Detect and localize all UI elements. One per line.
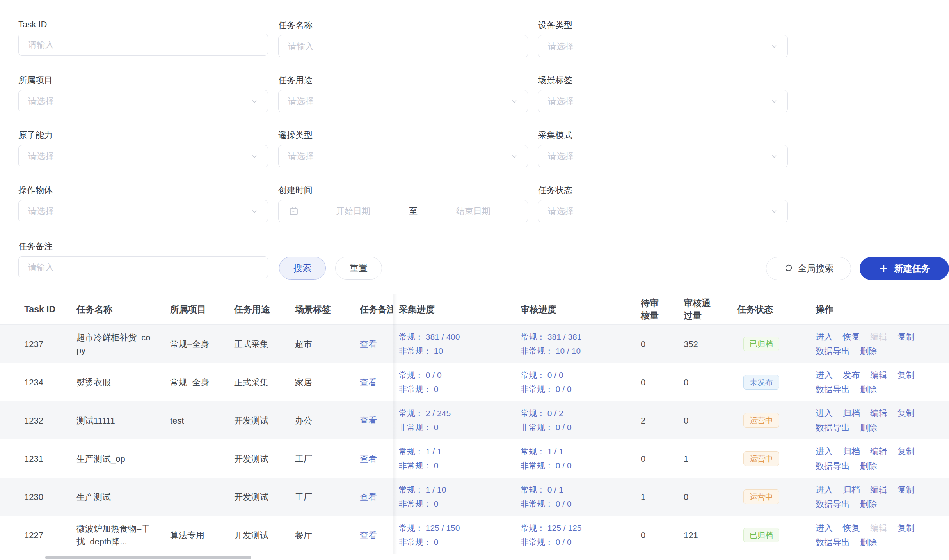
filter-task-id: Task ID [18, 19, 268, 57]
cell-pending-count: 1 [619, 478, 663, 516]
row-action-link[interactable]: 删除 [860, 420, 877, 435]
row-action-link[interactable]: 归档 [843, 444, 860, 459]
filter-label: Task ID [18, 19, 268, 30]
global-search-button[interactable]: 全局搜索 [766, 257, 851, 280]
new-task-button[interactable]: 新建任务 [860, 257, 949, 280]
filter-scene-tag: 场景标签 请选择 [538, 74, 788, 112]
row-action-link[interactable]: 进入 [816, 406, 833, 420]
collect-mode-select[interactable]: 请选择 [538, 145, 788, 167]
row-action-link[interactable]: 数据导出 [816, 459, 850, 473]
end-date-placeholder[interactable]: 结束日期 [419, 206, 528, 217]
row-action-link[interactable]: 复制 [897, 482, 915, 497]
scene-tag-select[interactable]: 请选择 [538, 90, 788, 112]
table-header: Task ID 任务名称 所属项目 任务用途 场景标签 任务备注 采集进度 审核… [0, 294, 949, 325]
cell-task-name: 熨烫衣服– [76, 363, 170, 401]
row-action-link[interactable]: 编辑 [870, 444, 887, 459]
task-id-input[interactable] [19, 34, 268, 55]
status-select[interactable]: 请选择 [538, 200, 788, 222]
chevron-down-icon [251, 207, 258, 217]
row-action-link[interactable]: 进入 [816, 368, 833, 382]
row-action-link[interactable]: 复制 [897, 406, 915, 420]
row-action-link[interactable]: 数据导出 [816, 535, 850, 549]
col-task-name: 任务名称 [76, 294, 170, 324]
table-row: 1231 生产测试_op 开发测试 工厂 查看 常规： 1 / 1非常规： 0 … [0, 439, 949, 478]
table-body: 1237 超市冷鲜柜补货_copy 常规–全身 正式采集 超市 查看 常规： 3… [0, 325, 949, 554]
select-placeholder: 请选择 [19, 96, 268, 107]
row-action-link[interactable]: 删除 [860, 382, 877, 397]
row-action-link[interactable]: 发布 [843, 368, 860, 382]
cell-scene: 家居 [295, 363, 360, 401]
cell-approved-count: 0 [663, 401, 718, 439]
filter-label: 场景标签 [538, 74, 788, 86]
project-select[interactable]: 请选择 [18, 90, 268, 112]
row-action-link[interactable]: 数据导出 [816, 344, 850, 358]
row-action-link[interactable]: 进入 [816, 521, 833, 535]
create-time-range-picker[interactable]: 开始日期 至 结束日期 [278, 200, 528, 222]
start-date-placeholder[interactable]: 开始日期 [299, 206, 407, 217]
cell-scene: 餐厅 [295, 516, 360, 554]
row-action-link[interactable]: 数据导出 [816, 382, 850, 397]
task-name-input[interactable] [279, 35, 528, 57]
cell-approved-count: 352 [663, 325, 718, 363]
row-action-link[interactable]: 进入 [816, 444, 833, 459]
view-note-link[interactable]: 查看 [360, 452, 393, 465]
cell-purpose: 正式采集 [234, 363, 295, 401]
cell-review-progress: 常规： 381 / 381非常规： 10 / 10 [517, 325, 619, 363]
cell-purpose: 开发测试 [234, 401, 295, 439]
search-button[interactable]: 搜索 [279, 257, 326, 280]
row-action-link[interactable]: 编辑 [870, 368, 887, 382]
view-note-link[interactable]: 查看 [360, 338, 393, 351]
cell-purpose: 正式采集 [234, 325, 295, 363]
row-action-link[interactable]: 恢复 [843, 330, 860, 344]
filter-form: Task ID 任务名称 设备类型 请选择 所属项目 请选择 [0, 0, 949, 280]
row-action-link[interactable]: 删除 [860, 344, 877, 358]
cell-collect-progress: 常规： 2 / 245非常规： 0 [393, 401, 517, 439]
cell-task-name: 测试11111 [76, 401, 170, 439]
row-action-link[interactable]: 数据导出 [816, 497, 850, 511]
row-action-link[interactable]: 复制 [897, 330, 915, 344]
filter-atomic: 原子能力 请选择 [18, 129, 268, 167]
row-action-link[interactable]: 复制 [897, 521, 915, 535]
row-action-link[interactable]: 进入 [816, 330, 833, 344]
view-note-link[interactable]: 查看 [360, 414, 393, 427]
col-purpose: 任务用途 [234, 294, 295, 324]
reset-button[interactable]: 重置 [335, 257, 382, 280]
row-action-link[interactable]: 编辑 [870, 406, 887, 420]
view-note-link[interactable]: 查看 [360, 529, 393, 542]
row-action-link: 编辑 [870, 330, 887, 344]
row-action-link[interactable]: 删除 [860, 459, 877, 473]
status-badge: 未发布 [743, 375, 779, 390]
row-action-link[interactable]: 复制 [897, 368, 915, 382]
cell-project [170, 439, 234, 478]
filter-label: 采集模式 [538, 129, 788, 141]
view-note-link[interactable]: 查看 [360, 376, 393, 389]
col-collect-progress: 采集进度 [393, 294, 517, 324]
row-action-link[interactable]: 数据导出 [816, 420, 850, 435]
row-action-link[interactable]: 归档 [843, 406, 860, 420]
row-action-link[interactable]: 进入 [816, 482, 833, 497]
object-select[interactable]: 请选择 [18, 200, 268, 222]
row-action-link[interactable]: 删除 [860, 535, 877, 549]
purpose-select[interactable]: 请选择 [278, 90, 528, 112]
view-note-link[interactable]: 查看 [360, 491, 393, 503]
table-row: 1237 超市冷鲜柜补货_copy 常规–全身 正式采集 超市 查看 常规： 3… [0, 325, 949, 363]
chevron-down-icon [770, 152, 778, 162]
teleop-select[interactable]: 请选择 [278, 145, 528, 167]
row-action-link[interactable]: 恢复 [843, 521, 860, 535]
note-input[interactable] [19, 257, 268, 278]
atomic-select[interactable]: 请选择 [18, 145, 268, 167]
cell-collect-progress: 常规： 1 / 10非常规： 0 [393, 478, 517, 516]
cell-project: 常规–全身 [170, 363, 234, 401]
cell-purpose: 开发测试 [234, 439, 295, 478]
select-placeholder: 请选择 [19, 206, 268, 217]
filter-task-name: 任务名称 [278, 19, 528, 57]
cell-status: 已归档 [718, 516, 808, 554]
device-type-select[interactable]: 请选择 [538, 35, 788, 57]
col-pending: 待审核量 [619, 294, 663, 324]
row-action-link[interactable]: 编辑 [870, 482, 887, 497]
row-action-link[interactable]: 删除 [860, 497, 877, 511]
cell-review-progress: 常规： 0 / 1非常规： 0 / 0 [517, 478, 619, 516]
horizontal-scrollbar[interactable] [45, 556, 251, 559]
row-action-link[interactable]: 复制 [897, 444, 915, 459]
row-action-link[interactable]: 归档 [843, 482, 860, 497]
